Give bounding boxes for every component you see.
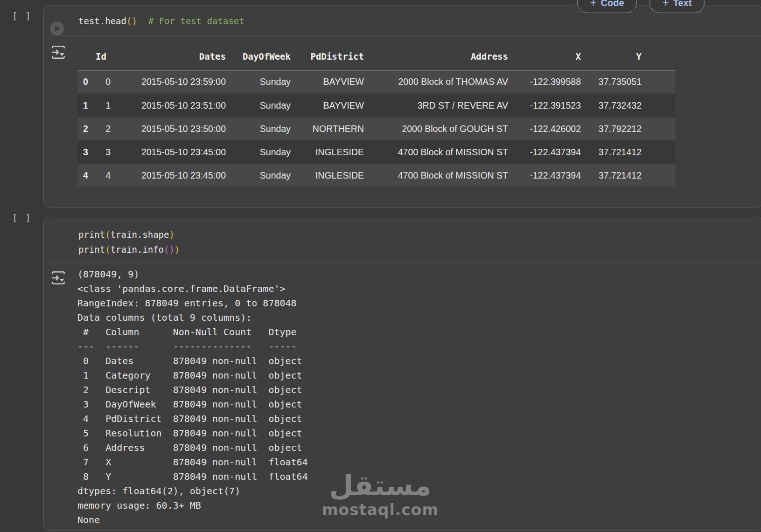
cell-y: 37.732432 <box>583 94 675 117</box>
cell-pddistrict: INGLESIDE <box>293 140 366 164</box>
table-row: 1 1 2015-05-10 23:51:00 Sunday BAYVIEW 3… <box>77 94 675 117</box>
col-header-pddistrict: PdDistrict <box>293 42 366 70</box>
col-header-dates: Dates <box>112 42 228 70</box>
table-row: 0 0 2015-05-10 23:59:00 Sunday BAYVIEW 2… <box>77 70 675 94</box>
cell-y: 37.792212 <box>583 117 675 140</box>
dataframe-table: Id Dates DayOfWeek PdDistrict Address X … <box>77 42 675 188</box>
cell-x: -122.426002 <box>510 117 583 140</box>
cell2-run-bracket[interactable]: [ ] <box>12 212 32 223</box>
row-index: 0 <box>77 70 91 94</box>
cell-x: -122.391523 <box>510 94 583 117</box>
code-token: ) <box>175 244 180 255</box>
cell-dayofweek: Sunday <box>228 164 293 187</box>
col-header-id: Id <box>91 42 112 70</box>
cell-id: 0 <box>91 70 112 94</box>
code-token: test.head <box>78 16 126 26</box>
cell-x: -122.437394 <box>510 164 583 187</box>
cell-y: 37.721412 <box>583 140 675 164</box>
add-text-button[interactable]: + Text <box>649 0 705 13</box>
row-index: 1 <box>77 94 91 117</box>
cell-address: 4700 Block of MISSION ST <box>366 140 510 164</box>
row-index: 4 <box>77 164 91 187</box>
cell-address: 4700 Block of MISSION ST <box>366 164 510 187</box>
cell-pddistrict: INGLESIDE <box>293 164 366 187</box>
plus-icon: + <box>663 0 669 8</box>
col-header-address: Address <box>366 42 510 70</box>
cell-dates: 2015-05-10 23:45:00 <box>112 164 228 187</box>
cell-id: 4 <box>91 164 112 187</box>
table-header-row: Id Dates DayOfWeek PdDistrict Address X … <box>77 42 675 70</box>
code-line: print(train.shape) <box>78 227 761 242</box>
output-toggle-icon[interactable] <box>50 269 67 288</box>
add-text-label: Text <box>673 0 692 8</box>
output-toggle-icon[interactable] <box>50 44 67 62</box>
cell-dayofweek: Sunday <box>228 117 293 140</box>
plus-icon: + <box>590 0 596 8</box>
col-header-index <box>77 42 91 70</box>
code-token: ( <box>105 229 110 240</box>
cell-pddistrict: BAYVIEW <box>293 70 366 94</box>
code-cell-1: test.head()# For test dataset Id Dates D… <box>43 6 761 207</box>
table-row: 2 2 2015-05-10 23:50:00 Sunday NORTHERN … <box>77 117 675 140</box>
row-index: 2 <box>77 117 91 140</box>
row-index: 3 <box>77 140 91 164</box>
col-header-x: X <box>510 42 583 70</box>
cell-dayofweek: Sunday <box>228 140 293 164</box>
cell-address: 2000 Block of GOUGH ST <box>366 117 510 140</box>
cell-dates: 2015-05-10 23:51:00 <box>112 94 228 117</box>
col-header-dayofweek: DayOfWeek <box>228 42 293 70</box>
cell-id: 1 <box>91 94 112 117</box>
cell-dates: 2015-05-10 23:59:00 <box>112 70 228 94</box>
cell-dayofweek: Sunday <box>228 70 293 94</box>
code-token: print <box>78 244 105 255</box>
cell-dates: 2015-05-10 23:50:00 <box>112 117 228 140</box>
cell-y: 37.735051 <box>583 70 675 94</box>
cell-address: 2000 Block of THOMAS AV <box>366 70 510 94</box>
code-token: print <box>78 229 105 240</box>
code-cell-2: print(train.shape) print(train.info()) (… <box>43 217 761 531</box>
cell-id: 2 <box>91 117 112 140</box>
col-header-y: Y <box>583 42 675 70</box>
code-token: train.shape <box>111 229 169 240</box>
cell-pddistrict: NORTHERN <box>293 117 366 140</box>
add-code-button[interactable]: + Code <box>577 0 637 13</box>
cell-dayofweek: Sunday <box>228 94 293 117</box>
cell1-run-bracket[interactable]: [ ] <box>12 10 32 21</box>
code-token: train.info <box>111 244 164 255</box>
cell-y: 37.721412 <box>583 164 675 187</box>
add-code-label: Code <box>601 0 624 8</box>
code-token: () <box>164 244 175 255</box>
table-row: 4 4 2015-05-10 23:45:00 Sunday INGLESIDE… <box>77 164 675 187</box>
cell-x: -122.437394 <box>510 140 583 164</box>
cell-pddistrict: BAYVIEW <box>293 94 366 117</box>
dataframe-info-output: (878049, 9) <class 'pandas.core.frame.Da… <box>77 267 308 527</box>
cell2-code-editor[interactable]: print(train.shape) print(train.info()) <box>44 217 761 263</box>
code-token: ) <box>169 229 175 240</box>
code-token: () <box>126 16 137 26</box>
code-line: print(train.info()) <box>78 242 761 257</box>
cell-dates: 2015-05-10 23:45:00 <box>112 140 228 164</box>
table-row: 3 3 2015-05-10 23:45:00 Sunday INGLESIDE… <box>77 140 675 164</box>
code-token: ( <box>105 244 110 255</box>
cell-address: 3RD ST / REVERE AV <box>366 94 510 117</box>
cell-id: 3 <box>91 140 112 164</box>
cell-x: -122.399588 <box>510 70 583 94</box>
code-comment: # For test dataset <box>148 16 244 26</box>
